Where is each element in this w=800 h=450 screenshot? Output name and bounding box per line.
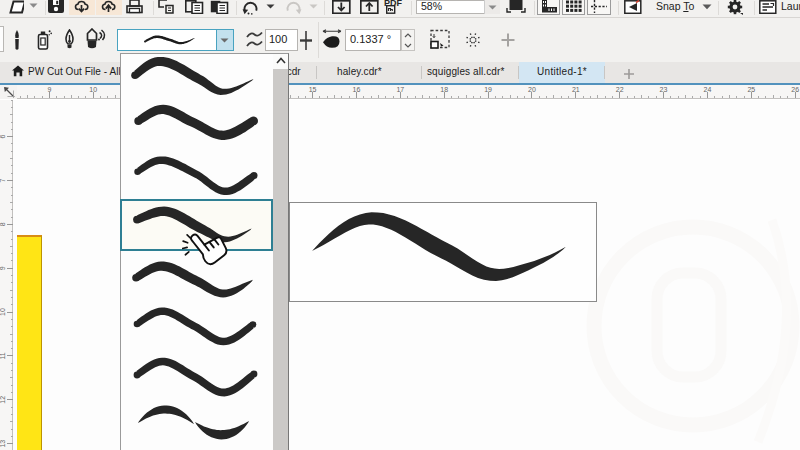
svg-text:16: 16 [353,86,361,93]
svg-text:23: 23 [660,86,668,93]
svg-text:10: 10 [0,308,6,316]
svg-text:22: 22 [616,86,624,93]
svg-text:20: 20 [528,86,536,93]
svg-text:8: 8 [0,222,6,226]
svg-text:15: 15 [309,86,317,93]
svg-text:7: 7 [0,178,6,182]
svg-text:26: 26 [791,86,799,93]
svg-text:12: 12 [0,396,6,404]
svg-text:11: 11 [0,352,6,359]
svg-text:10: 10 [89,86,97,93]
svg-text:6: 6 [0,135,6,139]
svg-text:17: 17 [396,86,404,93]
svg-text:18: 18 [440,86,448,93]
svg-text:19: 19 [484,86,492,93]
svg-text:9: 9 [0,266,6,270]
svg-text:9: 9 [47,86,51,93]
svg-text:13: 13 [0,440,6,448]
svg-text:25: 25 [747,86,755,93]
svg-text:24: 24 [704,86,712,93]
svg-text:21: 21 [572,86,580,93]
